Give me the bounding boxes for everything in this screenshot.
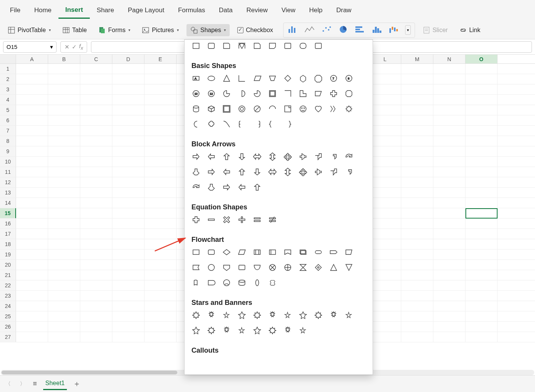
shape-stars-1[interactable] (207, 311, 216, 320)
cell-A10[interactable] (16, 157, 48, 167)
row-header-25[interactable]: 25 (0, 311, 16, 321)
cell-O8[interactable] (465, 136, 498, 146)
cell-L25[interactable] (369, 311, 401, 321)
cell-D11[interactable] (112, 167, 144, 177)
shape-block-17[interactable] (283, 167, 292, 177)
cell-O25[interactable] (465, 311, 498, 321)
shape-flow-21[interactable] (344, 263, 353, 272)
shape-block-24[interactable] (222, 183, 231, 192)
row-header-9[interactable]: 9 (0, 146, 16, 156)
cell-B26[interactable] (48, 322, 80, 332)
shape-rect-0[interactable] (191, 41, 201, 50)
shape-stars-8[interactable] (314, 311, 323, 320)
cell-E7[interactable] (144, 126, 177, 136)
shape-block-4[interactable] (253, 152, 262, 161)
cell-A4[interactable] (16, 95, 48, 105)
shape-flow-7[interactable] (298, 248, 308, 257)
shape-basic-5[interactable] (268, 74, 277, 83)
cell-O15[interactable] (465, 208, 498, 218)
shape-block-16[interactable] (268, 167, 277, 177)
cell-E13[interactable] (144, 188, 177, 198)
sheet-tab-active[interactable]: Sheet1 (43, 377, 67, 390)
cell-B14[interactable] (48, 198, 80, 208)
shape-basic-39[interactable] (283, 120, 292, 129)
cell-B7[interactable] (48, 126, 80, 136)
cell-L8[interactable] (369, 136, 401, 146)
cell-L4[interactable] (369, 95, 401, 105)
cell-C19[interactable] (80, 249, 112, 259)
cell-L27[interactable] (369, 332, 401, 342)
cell-C8[interactable] (80, 136, 112, 146)
cell-O11[interactable] (465, 167, 498, 177)
cell-E22[interactable] (144, 280, 177, 290)
shape-basic-6[interactable] (283, 74, 292, 83)
shape-basic-10[interactable]: 8 (344, 74, 353, 83)
cell-D24[interactable] (112, 301, 144, 311)
col-header-D[interactable]: D (112, 55, 144, 63)
shape-flow-19[interactable] (314, 263, 323, 272)
shape-basic-23[interactable] (207, 104, 216, 113)
cell-D17[interactable] (112, 229, 144, 239)
shape-basic-27[interactable] (268, 104, 277, 113)
row-header-23[interactable]: 23 (0, 291, 16, 301)
shape-block-2[interactable] (222, 152, 231, 161)
shape-flow-25[interactable] (237, 278, 246, 287)
cell-A14[interactable] (16, 198, 48, 208)
cell-L22[interactable] (369, 280, 401, 290)
cell-D23[interactable] (112, 291, 144, 301)
menu-data[interactable]: Data (212, 3, 240, 18)
cell-B10[interactable] (48, 157, 80, 167)
prev-sheet-arrow[interactable]: 〈 (4, 379, 12, 389)
row-header-7[interactable]: 7 (0, 126, 16, 136)
shape-basic-28[interactable] (283, 104, 292, 113)
shape-block-10[interactable] (344, 152, 353, 161)
name-box[interactable]: O15 ▾ (3, 41, 57, 53)
shape-basic-38[interactable] (268, 120, 277, 129)
cell-C20[interactable] (80, 260, 112, 270)
shape-block-15[interactable] (253, 167, 262, 177)
shape-basic-26[interactable] (253, 104, 262, 113)
shape-block-7[interactable] (298, 152, 308, 161)
cell-C4[interactable] (80, 95, 112, 105)
pictures-button[interactable]: Pictures▾ (138, 24, 183, 36)
shape-block-25[interactable] (237, 183, 246, 192)
row-header-24[interactable]: 24 (0, 301, 16, 311)
shape-flow-26[interactable] (253, 278, 262, 287)
cell-L12[interactable] (369, 177, 401, 187)
cell-O18[interactable] (465, 239, 498, 249)
cell-N12[interactable] (433, 177, 465, 187)
cell-A20[interactable] (16, 260, 48, 270)
shape-basic-17[interactable] (283, 89, 292, 98)
cell-A6[interactable] (16, 115, 48, 125)
shape-flow-15[interactable] (253, 263, 262, 272)
cell-D15[interactable] (112, 208, 144, 218)
cell-B4[interactable] (48, 95, 80, 105)
cell-A23[interactable] (16, 291, 48, 301)
menu-home[interactable]: Home (27, 3, 58, 18)
row-header-5[interactable]: 5 (0, 105, 16, 115)
cell-M8[interactable] (401, 136, 433, 146)
cell-C3[interactable] (80, 84, 112, 94)
shape-block-18[interactable] (298, 167, 308, 177)
menu-view[interactable]: View (274, 3, 302, 18)
shape-flow-1[interactable] (207, 248, 216, 257)
cell-A27[interactable] (16, 332, 48, 342)
shape-block-3[interactable] (237, 152, 246, 161)
shape-stars-2[interactable] (222, 311, 231, 320)
cell-O21[interactable] (465, 270, 498, 280)
row-header-8[interactable]: 8 (0, 136, 16, 146)
row-header-17[interactable]: 17 (0, 229, 16, 239)
cell-N7[interactable] (433, 126, 465, 136)
cell-N14[interactable] (433, 198, 465, 208)
shapes-button[interactable]: Shapes▾ (186, 24, 230, 36)
cell-B17[interactable] (48, 229, 80, 239)
col-header-M[interactable]: M (401, 55, 433, 63)
shape-stars-15[interactable] (253, 326, 262, 335)
cell-B6[interactable] (48, 115, 80, 125)
cell-B27[interactable] (48, 332, 80, 342)
checkbox-button[interactable]: Checkbox (233, 24, 277, 36)
table-button[interactable]: Table (58, 24, 91, 36)
cell-E25[interactable] (144, 311, 177, 321)
cell-M4[interactable] (401, 95, 433, 105)
cell-C12[interactable] (80, 177, 112, 187)
